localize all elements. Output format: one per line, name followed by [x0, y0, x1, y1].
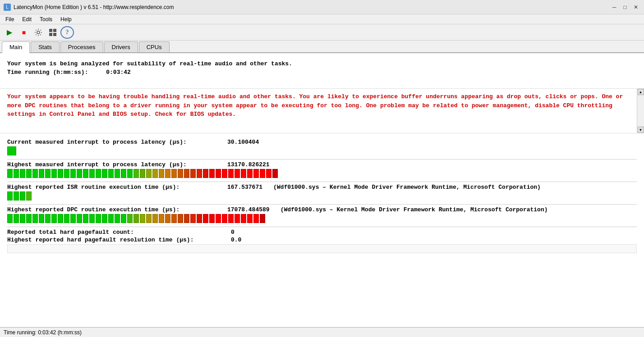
main-content: Your system is being analyzed for suitab… [0, 53, 644, 327]
time-value: 0:03:42 [106, 69, 131, 76]
settings-button[interactable] [32, 26, 45, 39]
scroll-up[interactable]: ▲ [638, 89, 644, 95]
maximize-button[interactable]: □ [621, 3, 630, 12]
divider-4 [7, 227, 637, 227]
menu-tools[interactable]: Tools [36, 15, 56, 23]
tab-cpus[interactable]: CPUs [139, 41, 170, 52]
window-controls: ─ □ ✕ [610, 3, 640, 12]
menu-file[interactable]: File [2, 15, 18, 23]
window-title: LatencyMon (Home Edition ) v 6.51 - http… [14, 4, 174, 10]
close-button[interactable]: ✕ [631, 3, 640, 12]
divider-1 [7, 159, 637, 159]
svg-rect-3 [49, 33, 52, 36]
help-button[interactable]: ? [60, 26, 74, 39]
layout-button[interactable] [46, 26, 60, 39]
metric-pagefault-count: Reported total hard pagefault count: 0 [7, 229, 637, 236]
divider-3 [7, 204, 637, 205]
tab-stats[interactable]: Stats [31, 41, 60, 52]
bar-pagefault [7, 244, 637, 253]
scrollbar[interactable]: ▲ ▼ [637, 89, 644, 133]
metrics-section: Current measured interrupt to process la… [0, 137, 644, 259]
metric-current-latency: Current measured interrupt to process la… [7, 139, 637, 146]
metric-pagefault-resolution: Highest reported hard pagefault resoluti… [7, 237, 637, 243]
metric-highest-isr: Highest reported ISR routine execution t… [7, 184, 637, 191]
tab-processes[interactable]: Processes [60, 41, 103, 52]
svg-rect-2 [53, 29, 56, 32]
metric-highest-latency: Highest measured interrupt to process la… [7, 161, 637, 168]
status-bar: Time running: 0:03:42 (h:mm:ss) [0, 327, 644, 337]
tab-main[interactable]: Main [2, 41, 30, 53]
bar-isr [7, 191, 637, 200]
tab-bar: Main Stats Processes Drivers CPUs [0, 41, 644, 53]
menu-edit[interactable]: Edit [18, 15, 35, 23]
bar-dpc [7, 214, 637, 223]
divider-2 [7, 182, 637, 182]
analysis-status: Your system is being analyzed for suitab… [7, 60, 637, 67]
bar-current-latency [7, 146, 637, 155]
play-button[interactable]: ▶ [3, 26, 16, 39]
title-bar: L LatencyMon (Home Edition ) v 6.51 - ht… [0, 0, 644, 14]
app-icon: L [4, 4, 11, 11]
warning-area: Your system appears to be having trouble… [0, 88, 644, 133]
info-section: Your system is being analyzed for suitab… [0, 57, 644, 85]
warning-text: Your system appears to be having trouble… [7, 92, 637, 119]
bar-highest-latency [7, 169, 637, 178]
stop-button[interactable]: ■ [17, 26, 31, 39]
status-text: Time running: 0:03:42 (h:mm:ss) [4, 329, 82, 336]
time-label: Time running (h:mm:ss): [7, 69, 88, 76]
toolbar: ▶ ■ ? [0, 24, 644, 41]
svg-rect-1 [49, 29, 52, 32]
menu-help[interactable]: Help [57, 15, 75, 23]
minimize-button[interactable]: ─ [610, 3, 619, 12]
scroll-down[interactable]: ▼ [638, 127, 644, 133]
svg-point-0 [37, 31, 40, 34]
tab-drivers[interactable]: Drivers [104, 41, 138, 52]
time-running-row: Time running (h:mm:ss): 0:03:42 [7, 69, 637, 76]
menu-bar: File Edit Tools Help [0, 14, 644, 24]
svg-rect-4 [53, 33, 56, 36]
metric-highest-dpc: Highest reported DPC routine execution t… [7, 206, 637, 213]
